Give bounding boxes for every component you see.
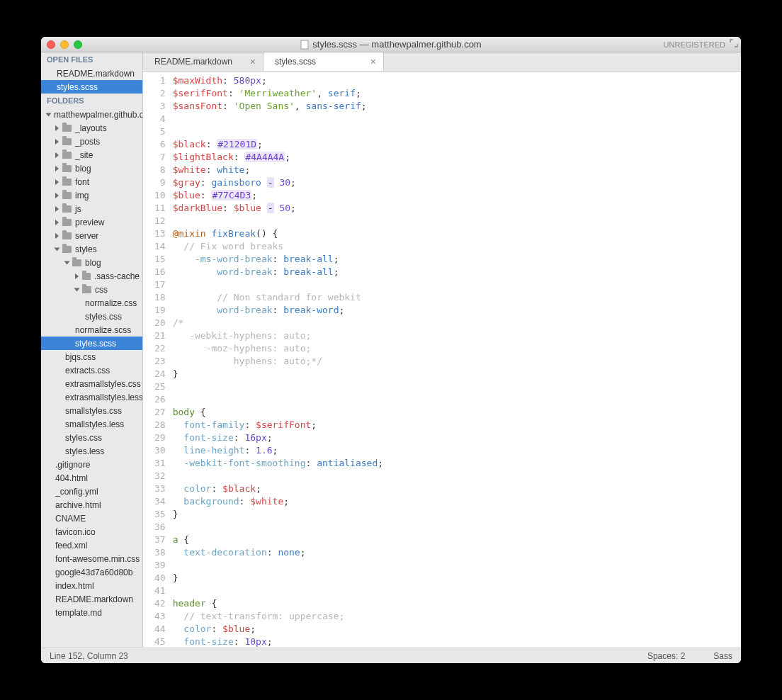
file-item[interactable]: styles.css (41, 431, 142, 444)
code-line[interactable]: } (173, 572, 741, 585)
line-number[interactable]: 9 (154, 176, 166, 189)
line-number[interactable]: 29 (154, 431, 166, 444)
code-line[interactable] (173, 215, 741, 227)
code-line[interactable] (173, 585, 741, 597)
folder-item[interactable]: font (41, 175, 142, 188)
fullscreen-icon[interactable] (730, 39, 738, 50)
code-line[interactable]: $gray: gainsboro - 30; (173, 176, 741, 189)
file-item[interactable]: bjqs.css (41, 350, 142, 363)
line-number[interactable]: 17 (154, 278, 166, 291)
line-number[interactable]: 12 (154, 215, 166, 227)
disclosure-icon[interactable] (75, 273, 79, 279)
line-number[interactable]: 19 (154, 304, 166, 317)
zoom-window-button[interactable] (74, 40, 82, 49)
disclosure-icon[interactable] (55, 166, 59, 171)
disclosure-icon[interactable] (74, 288, 80, 291)
file-item[interactable]: CNAME (41, 512, 142, 525)
folder-item[interactable]: blog (41, 256, 142, 269)
folder-item[interactable]: _site (41, 148, 142, 162)
code-line[interactable]: $white: white; (173, 164, 741, 176)
line-number[interactable]: 28 (154, 419, 166, 431)
code-line[interactable]: font-family: $serifFont; (173, 419, 741, 431)
indent-setting[interactable]: Spaces: 2 (647, 651, 685, 661)
line-number[interactable]: 2 (154, 87, 166, 100)
disclosure-icon[interactable] (55, 193, 59, 198)
code-line[interactable] (173, 113, 741, 125)
status-bar[interactable]: Line 152, Column 23 Spaces: 2 Sass (41, 648, 741, 663)
code-line[interactable]: font-size: 10px; (173, 636, 741, 648)
file-item[interactable]: font-awesome.min.css (41, 552, 142, 565)
file-item[interactable]: smallstyles.css (41, 404, 142, 417)
code-line[interactable]: $maxWidth: 580px; (173, 74, 741, 87)
folder-item[interactable]: js (41, 202, 142, 215)
line-number[interactable]: 7 (154, 151, 166, 164)
code-editor[interactable]: 1234567891011121314151617181920212223242… (143, 72, 741, 648)
code-line[interactable]: $lightBlack: #4A4A4A; (173, 151, 741, 164)
line-number[interactable]: 20 (154, 317, 166, 329)
code-line[interactable]: // Fix word breaks (173, 240, 741, 253)
line-number[interactable]: 16 (154, 266, 166, 278)
disclosure-icon[interactable] (55, 233, 59, 239)
code-line[interactable]: -webkit-hyphens: auto; (173, 329, 741, 342)
code-line[interactable]: header { (173, 597, 741, 610)
close-tab-icon[interactable]: × (250, 56, 256, 67)
disclosure-icon[interactable] (64, 261, 70, 264)
disclosure-icon[interactable] (55, 220, 59, 225)
line-number[interactable]: 1 (154, 74, 166, 87)
code-line[interactable] (173, 470, 741, 482)
folder-item[interactable]: styles (41, 242, 142, 256)
line-number[interactable]: 14 (154, 240, 166, 253)
root-folder[interactable]: matthewpalmer.github.c (41, 108, 142, 121)
line-gutter[interactable]: 1234567891011121314151617181920212223242… (143, 72, 173, 648)
disclosure-icon[interactable] (46, 113, 52, 116)
line-number[interactable]: 44 (154, 623, 166, 636)
code-line[interactable]: line-height: 1.6; (173, 444, 741, 457)
line-number[interactable]: 40 (154, 572, 166, 585)
code-line[interactable]: color: $blue; (173, 623, 741, 636)
line-number[interactable]: 26 (154, 393, 166, 406)
minimize-window-button[interactable] (60, 40, 69, 49)
code-line[interactable] (173, 125, 741, 138)
line-number[interactable]: 8 (154, 164, 166, 176)
folder-item[interactable]: .sass-cache (41, 269, 142, 283)
line-number[interactable]: 25 (154, 380, 166, 393)
code-line[interactable]: } (173, 508, 741, 521)
line-number[interactable]: 21 (154, 329, 166, 342)
folder-item[interactable]: server (41, 229, 142, 242)
code-line[interactable]: @mixin fixBreak() { (173, 227, 741, 240)
line-number[interactable]: 23 (154, 355, 166, 368)
line-number[interactable]: 34 (154, 495, 166, 508)
code-line[interactable] (173, 278, 741, 291)
code-line[interactable]: $blue: #77C4D3; (173, 189, 741, 202)
folder-item[interactable]: css (41, 283, 142, 296)
line-number[interactable]: 24 (154, 368, 166, 380)
code-line[interactable]: a { (173, 534, 741, 546)
line-number[interactable]: 41 (154, 585, 166, 597)
line-number[interactable]: 13 (154, 227, 166, 240)
line-number[interactable]: 38 (154, 546, 166, 559)
code-line[interactable]: word-break: break-word; (173, 304, 741, 317)
file-item[interactable]: feed.xml (41, 538, 142, 552)
line-number[interactable]: 35 (154, 508, 166, 521)
code-line[interactable]: // Non standard for webkit (173, 291, 741, 304)
code-line[interactable]: -webkit-font-smoothing: antialiased; (173, 457, 741, 470)
tab-README-markdown[interactable]: README.markdown× (143, 52, 264, 71)
folder-item[interactable]: _posts (41, 135, 142, 148)
file-item[interactable]: extracts.css (41, 363, 142, 377)
line-number[interactable]: 4 (154, 113, 166, 125)
cursor-position[interactable]: Line 152, Column 23 (50, 651, 128, 661)
disclosure-icon[interactable] (55, 179, 59, 185)
code-line[interactable] (173, 559, 741, 572)
disclosure-icon[interactable] (55, 206, 59, 212)
code-line[interactable]: text-decoration: none; (173, 546, 741, 559)
line-number[interactable]: 39 (154, 559, 166, 572)
disclosure-icon[interactable] (55, 139, 59, 145)
file-item[interactable]: extrasmallstyles.less (41, 390, 142, 404)
file-item[interactable]: archive.html (41, 498, 142, 512)
disclosure-icon[interactable] (55, 125, 59, 131)
tab-styles-scss[interactable]: styles.scss× (264, 52, 384, 71)
line-number[interactable]: 36 (154, 521, 166, 534)
syntax-setting[interactable]: Sass (713, 651, 732, 661)
file-item[interactable]: extrasmallstyles.css (41, 377, 142, 390)
folder-item[interactable]: img (41, 188, 142, 202)
